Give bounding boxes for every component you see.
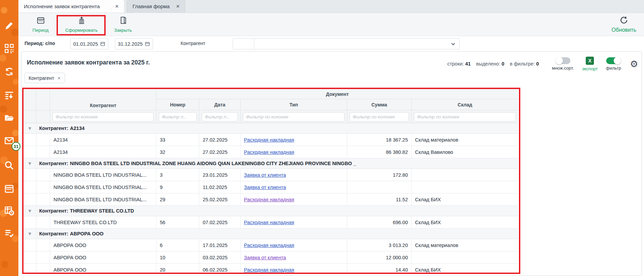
filter-input-sum[interactable] [350,112,409,121]
cell-number: 32 [156,146,199,158]
sync-icon[interactable] [4,67,14,77]
group-header-row[interactable]: ▼Контрагент:A2134 [24,123,518,134]
group-header-row[interactable]: ▼Контрагент:АВРОРА ООО [24,229,518,239]
filter-toggle[interactable] [606,57,621,64]
group-expander[interactable]: ▼ [24,158,36,169]
export-button[interactable]: X экспорт [582,57,598,71]
table-row[interactable]: АВРОРА ООО617.01.2025Расходная накладная… [24,239,518,251]
document-type-link[interactable]: Расходная накладная [244,243,294,248]
header-counterparty[interactable]: Контрагент [50,89,156,111]
excel-icon[interactable]: X [586,57,594,65]
report-panel: Исполнение заявок контрагента за 2025 г.… [21,51,642,276]
table-row[interactable]: NINGBO BOA STEEL LTD INDUSTRIAL...911.02… [24,181,518,193]
header-warehouse[interactable]: Склад [412,99,518,110]
tab-close-icon[interactable]: × [176,3,180,9]
search-icon[interactable] [4,160,14,171]
multisort-toggle[interactable] [555,57,570,64]
group-expander[interactable]: ▼ [24,206,36,216]
filter-input-number[interactable] [159,112,197,121]
header-number[interactable]: Номер [156,99,199,110]
document-type-link[interactable]: Расходная накладная [244,267,294,273]
cell-expander [24,251,36,263]
period-button[interactable]: Период [22,15,59,34]
cell-date: 17.01.2025 [199,239,241,251]
cell-expander [24,216,36,228]
tab-bar: Исполнение заявок контрагента × Главная … [18,0,644,13]
filtered-counter: в фильтре:0 [510,61,539,67]
document-type-link[interactable]: Заявка от клиента [244,172,286,178]
group-expander[interactable]: ▼ [24,229,36,239]
cell-spacer [36,181,50,193]
mail-icon[interactable]: 31 [4,136,14,146]
chip-close-icon[interactable]: × [58,75,61,81]
tab-close-icon[interactable]: × [115,3,119,9]
cell-warehouse [412,251,518,263]
counterparty-combobox[interactable] [233,38,460,49]
calendar-icon[interactable] [4,184,14,194]
table-row[interactable]: NINGBO BOA STEEL LTD INDUSTRIAL...323.01… [24,169,518,181]
filter-input-type[interactable] [243,112,344,121]
cell-number: 56 [156,216,199,228]
calendar-icon[interactable] [100,41,105,46]
grid-controls: строки:41 выделено:0 в фильтре:0 множ.со… [447,54,638,73]
header-sum[interactable]: Сумма [347,99,412,110]
settings-gear-icon[interactable]: ⚙ [630,59,638,69]
group-header-row[interactable]: ▼Контрагент:THREEWAY STEEL CO.LTD [24,206,518,216]
cell-counterparty: АВРОРА ООО [50,239,156,251]
cell-date: 06.02.2025 [199,264,241,274]
filter-input-counterparty[interactable] [52,112,154,121]
qr-code-icon[interactable] [4,43,14,54]
collapse-triangle-icon[interactable]: ▼ [28,161,31,166]
task-list-icon[interactable] [4,228,14,238]
header-type[interactable]: Тип [241,99,347,110]
cell-counterparty: АВРОРА ООО [50,251,156,263]
tab-report[interactable]: Исполнение заявок контрагента × [18,0,124,13]
group-header-row[interactable]: ▼Контрагент:NINGBO BOA STEEL LTD INDUSTR… [24,158,518,169]
cell-counterparty: A2134 [50,134,156,146]
document-type-link[interactable]: Расходная накладная [244,197,294,202]
rows-counter: строки:41 [447,61,471,67]
table-row[interactable]: THREEWAY STEEL CO.LTD5607.02.2025Расходн… [24,216,518,229]
group-expander[interactable]: ▼ [24,123,36,133]
table-row[interactable]: A21343227.02.2025Расходная накладная86 3… [24,146,518,158]
cell-warehouse [412,181,518,193]
multisort-toggle-group[interactable]: множ.сорт. [552,57,574,71]
document-type-link[interactable]: Расходная накладная [244,137,294,143]
document-type-link[interactable]: Расходная накладная [244,149,294,155]
collapse-triangle-icon[interactable]: ▼ [28,126,31,131]
calendar-icon[interactable] [145,41,150,46]
date-to-input[interactable]: 31.12.2025 [115,38,153,49]
filter-toggle-group[interactable]: фильтр [606,57,621,71]
chevron-down-icon[interactable] [450,41,456,47]
collapse-triangle-icon[interactable]: ▼ [28,209,31,213]
schedule-table-icon[interactable] [4,205,14,216]
cell-number: 20 [156,264,199,274]
folder-icon[interactable] [4,113,14,123]
counterparty-code-input[interactable] [233,39,254,49]
cell-number: 6 [156,239,199,251]
table-row[interactable]: АВРОРА ООО2006.02.2025Расходная накладна… [24,264,518,274]
document-type-link[interactable]: Заявка от клиента [244,255,286,260]
header-date[interactable]: Дата [199,99,241,110]
document-type-link[interactable]: Заявка от клиента [244,185,286,190]
pencil-icon[interactable] [4,20,14,31]
generate-button[interactable]: Сформировать [60,15,103,34]
refresh-button[interactable]: Обновить [609,15,639,34]
cell-counterparty: NINGBO BOA STEEL LTD INDUSTRIAL... [50,181,156,193]
cell-counterparty: АВРОРА ООО [50,264,156,274]
filter-input-date[interactable] [202,112,238,121]
table-row[interactable]: АВРОРА ООО1003.02.2025Заявка от клиента1… [24,251,518,264]
close-button[interactable]: Закрыть [108,15,138,34]
table-row[interactable]: A21343327.02.2025Расходная накладная18 3… [24,134,518,146]
tab-main-form[interactable]: Главная форма × [127,0,185,13]
export-list-icon[interactable] [4,90,14,100]
filter-chip-counterparty[interactable]: Контрагент × [24,73,65,83]
filter-input-warehouse[interactable] [414,112,516,121]
cell-date: 11.02.2025 [199,181,241,193]
cell-warehouse: Склад БИХ [412,216,518,228]
collapse-triangle-icon[interactable]: ▼ [28,232,31,236]
date-from-input[interactable]: 01.01.2025 [70,38,108,49]
document-type-link[interactable]: Расходная накладная [244,220,294,225]
cell-warehouse: Склад материалов [412,134,518,146]
table-row[interactable]: NINGBO BOA STEEL LTD INDUSTRIAL...2925.0… [24,193,518,206]
